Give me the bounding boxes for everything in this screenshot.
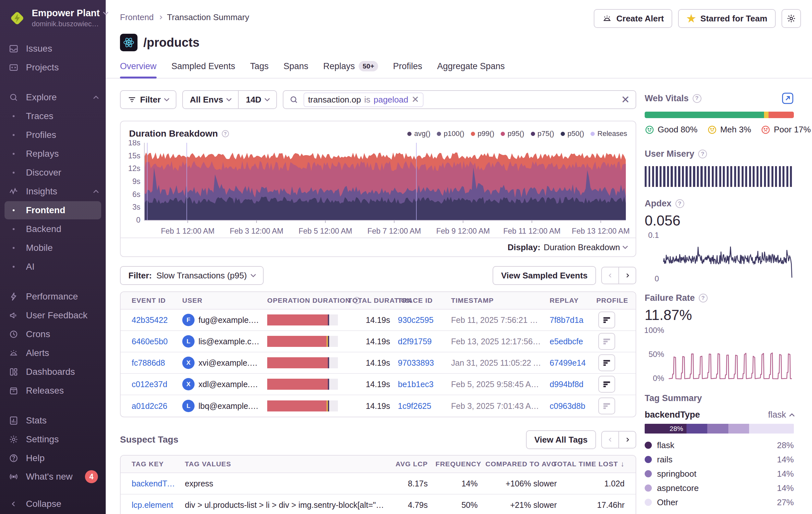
sidebar-item-traces[interactable]: Traces	[4, 107, 101, 125]
replay-link[interactable]: c0963d8b	[550, 401, 588, 411]
display-dropdown[interactable]: Duration Breakdown	[544, 242, 627, 252]
tag-key-link[interactable]: lcp.element	[132, 501, 177, 510]
prev-page-button[interactable]	[601, 267, 619, 284]
sidebar-item-projects[interactable]: Projects	[4, 58, 101, 77]
sort-desc-icon[interactable]: ↓	[621, 460, 625, 468]
sidebar-item-dashboards[interactable]: Dashboards	[4, 363, 101, 381]
tag-legend-row[interactable]: flask28%	[645, 438, 794, 452]
replay-link[interactable]: d994bf8d	[550, 380, 588, 389]
next-page-button[interactable]	[619, 431, 636, 449]
tab-spans[interactable]: Spans	[283, 61, 309, 78]
sidebar-item-crons[interactable]: Crons	[4, 325, 101, 343]
prev-page-button[interactable]	[601, 431, 619, 449]
info-icon[interactable]: ?	[693, 94, 701, 103]
sidebar-item-stats[interactable]: Stats	[4, 411, 101, 430]
starred-for-team-button[interactable]: ★ Starred for Team	[678, 9, 776, 28]
tab-aggregate-spans[interactable]: Aggregate Spans	[437, 61, 505, 78]
tag-selected-dropdown[interactable]: flask	[768, 410, 794, 420]
trace-id-link[interactable]: 97033893	[398, 358, 443, 368]
events-filter-dropdown[interactable]: Filter: Slow Transactions (p95)	[120, 266, 264, 285]
tag-legend-row[interactable]: aspnetcore14%	[645, 481, 794, 495]
event-id-link[interactable]: 42b35422	[132, 316, 174, 325]
profile-button[interactable]	[598, 398, 615, 414]
tab-overview[interactable]: Overview	[120, 61, 156, 78]
legend-item[interactable]: p100()	[437, 130, 464, 138]
profile-button[interactable]	[598, 376, 615, 393]
breadcrumb-frontend[interactable]: Frontend	[120, 12, 154, 22]
trace-id-link[interactable]: 1c9f2625	[398, 401, 443, 411]
tab-replays[interactable]: Replays50+	[323, 61, 378, 78]
filter-dropdown[interactable]: Filter	[120, 90, 176, 109]
sidebar-item-whats-new[interactable]: What's new 4	[4, 468, 101, 486]
failure-rate-section: Failure Rate? 11.87% 100%50%0%	[645, 293, 794, 382]
sidebar-item-profiles[interactable]: Profiles	[4, 126, 101, 144]
tag-legend-row[interactable]: rails14%	[645, 452, 794, 467]
sidebar-item-releases[interactable]: Releases	[4, 382, 101, 400]
sidebar-item-backend[interactable]: Backend	[4, 220, 101, 238]
sidebar-item-user-feedback[interactable]: User Feedback	[4, 306, 101, 324]
replay-link[interactable]: e5edbcfe	[550, 337, 588, 346]
trace-id-link[interactable]: d2f91759	[398, 337, 443, 346]
legend-item[interactable]: p75()	[531, 130, 554, 138]
legend-item[interactable]: avg()	[407, 130, 430, 138]
create-alert-button[interactable]: Create Alert	[594, 9, 672, 28]
search-clear-icon[interactable]: ✕	[621, 94, 630, 105]
info-icon[interactable]: ?	[699, 294, 707, 302]
org-switcher[interactable]: Empower Plant dominik.buszowiec…	[0, 6, 106, 29]
col-total-time-lost[interactable]: TOTAL TIME LOST	[553, 460, 618, 468]
next-page-button[interactable]	[619, 267, 636, 284]
event-id-link[interactable]: 6460e5b0	[132, 337, 174, 346]
search-token[interactable]: transaction.op is pageload ✕	[303, 92, 424, 107]
sidebar-item-frontend[interactable]: Frontend	[4, 201, 101, 219]
info-icon[interactable]: ?	[222, 130, 229, 137]
view-sampled-events-button[interactable]: View Sampled Events	[493, 266, 596, 285]
info-icon[interactable]: ?	[675, 199, 684, 208]
event-id-link[interactable]: c012e37d	[132, 380, 174, 389]
open-in-new-icon[interactable]	[782, 92, 794, 105]
legend-item[interactable]: p95()	[501, 130, 524, 138]
sidebar-collapse-button[interactable]: Collapse	[4, 495, 101, 513]
tab-tags[interactable]: Tags	[250, 61, 268, 78]
event-id-link[interactable]: a01d2c26	[132, 401, 174, 411]
view-all-tags-button[interactable]: View All Tags	[526, 430, 596, 449]
sidebar-item-help[interactable]: Help	[4, 449, 101, 467]
sidebar-section-insights[interactable]: Insights	[4, 182, 101, 200]
tag-legend-row[interactable]: springboot14%	[645, 467, 794, 481]
token-remove-icon[interactable]: ✕	[411, 95, 419, 104]
event-row: 42b35422 Ffug@example.c… 14.19s 930c2595…	[121, 309, 636, 331]
replay-link[interactable]: 67499e14	[550, 358, 588, 368]
sidebar-item-issues[interactable]: Issues	[4, 39, 101, 58]
tab-profiles[interactable]: Profiles	[393, 61, 422, 78]
sidebar-item-discover[interactable]: Discover	[4, 164, 101, 182]
tab-label: Overview	[120, 61, 156, 72]
profile-button[interactable]	[598, 312, 615, 328]
tag-distribution-bar[interactable]: 28%	[645, 424, 794, 434]
sidebar-item-performance[interactable]: Performance	[4, 288, 101, 306]
tab-sampled-events[interactable]: Sampled Events	[172, 61, 235, 78]
sidebar-section-explore[interactable]: Explore	[4, 88, 101, 106]
sidebar-item-settings[interactable]: Settings	[4, 430, 101, 449]
sidebar-item-ai[interactable]: AI	[4, 258, 101, 276]
replay-link[interactable]: 7f8b7d1a	[550, 316, 588, 325]
total-duration: 14.19s	[348, 316, 390, 325]
period-dropdown[interactable]: 14D	[239, 95, 276, 105]
sidebar-item-mobile[interactable]: Mobile	[4, 239, 101, 257]
tag-key-link[interactable]: backendType	[132, 479, 177, 488]
search-input[interactable]: transaction.op is pageload ✕ ✕	[283, 90, 636, 109]
sidebar-item-replays[interactable]: Replays	[4, 145, 101, 163]
info-icon[interactable]: ?	[698, 150, 707, 158]
legend-item[interactable]: p50()	[561, 130, 584, 138]
y-tick-label: 9s	[132, 177, 140, 186]
profile-button[interactable]	[598, 333, 615, 350]
transaction-settings-button[interactable]	[782, 9, 801, 28]
profile-button[interactable]	[598, 354, 615, 371]
trace-id-link[interactable]: 930c2595	[398, 316, 443, 325]
event-id-link[interactable]: fc7886d8	[132, 358, 174, 368]
sidebar-item-alerts[interactable]: Alerts	[4, 344, 101, 362]
env-dropdown[interactable]: All Envs	[183, 95, 238, 105]
legend-item[interactable]: Releases	[590, 130, 627, 138]
duration-chart[interactable]: 18s15s12s9s6s3s0Feb 1 12:00 AMFeb 3 12:0…	[121, 139, 636, 238]
tag-legend-row[interactable]: Other27%	[645, 495, 794, 510]
trace-id-link[interactable]: be1b1ec3	[398, 380, 443, 389]
legend-item[interactable]: p99()	[471, 130, 494, 138]
